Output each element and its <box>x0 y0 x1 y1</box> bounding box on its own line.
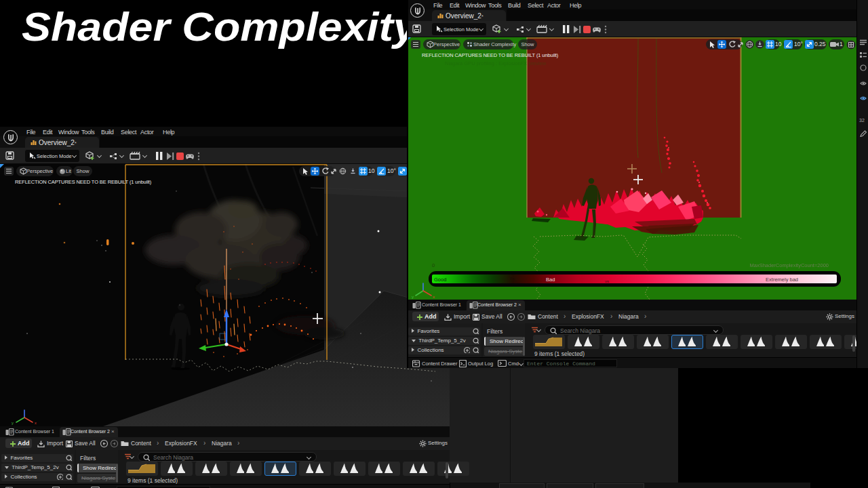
svg-text:Good: Good <box>434 277 446 283</box>
svg-text:Extremely bad: Extremely bad <box>766 277 798 283</box>
svg-text:Bad: Bad <box>546 277 555 283</box>
svg-text:y: y <box>12 421 14 425</box>
svg-text:x: x <box>433 295 435 299</box>
svg-text:MaxShaderComplexityCount=2000: MaxShaderComplexityCount=2000 <box>749 262 829 268</box>
svg-text:Fs: Fs <box>510 277 515 281</box>
svg-text:y: y <box>412 295 414 299</box>
svg-text:vs: vs <box>605 279 609 283</box>
svg-text:0: 0 <box>432 262 435 268</box>
svg-text:x: x <box>35 421 37 425</box>
